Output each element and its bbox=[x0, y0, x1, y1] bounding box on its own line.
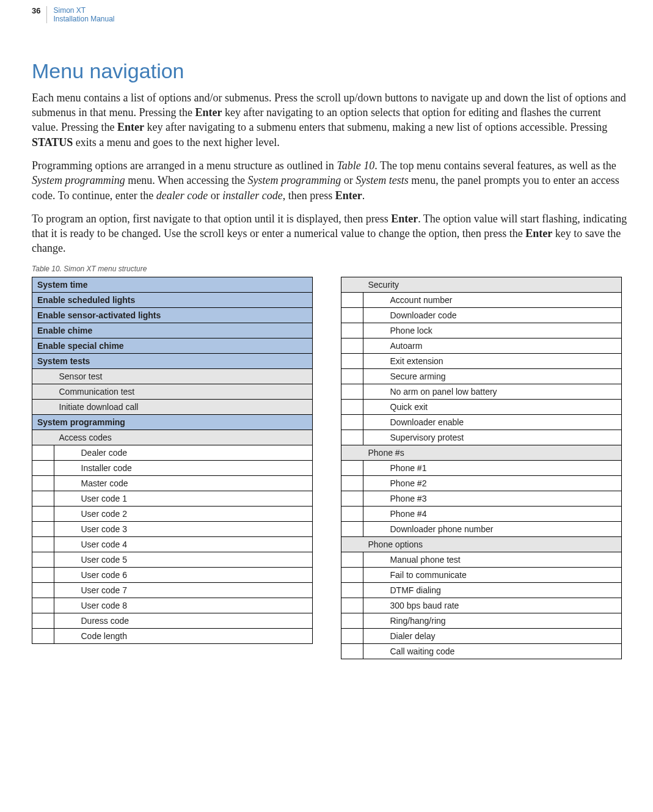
menu-table-left: System time Enable scheduled lights Enab… bbox=[32, 277, 313, 644]
menu-item: Supervisory protest bbox=[385, 430, 622, 445]
indent-cell bbox=[341, 414, 363, 430]
table-row: Enable special chime bbox=[32, 338, 313, 353]
table-row: Phone #s bbox=[341, 445, 622, 460]
table-row: Downloader enable bbox=[341, 414, 622, 430]
menu-item: User code 4 bbox=[76, 536, 313, 552]
menu-item: Autoarm bbox=[385, 338, 622, 353]
menu-item: Phone #1 bbox=[385, 460, 622, 475]
table-caption: Table 10. Simon XT menu structure bbox=[32, 265, 629, 273]
indent-cell bbox=[363, 399, 385, 414]
indent-cell bbox=[341, 598, 363, 613]
indent-cell bbox=[341, 323, 363, 338]
indent-cell bbox=[341, 292, 363, 307]
indent-cell bbox=[363, 582, 385, 598]
indent-cell bbox=[32, 430, 54, 445]
menu-item: No arm on panel low battery bbox=[385, 384, 622, 399]
indent-cell bbox=[54, 536, 76, 552]
page-number: 36 bbox=[32, 6, 40, 15]
indent-cell bbox=[32, 445, 54, 460]
indent-cell bbox=[363, 292, 385, 307]
indent-cell bbox=[32, 567, 54, 582]
table-row: Security bbox=[341, 277, 622, 292]
table-row: Enable chime bbox=[32, 323, 313, 338]
indent-cell bbox=[54, 521, 76, 536]
indent-cell bbox=[363, 491, 385, 506]
indent-cell bbox=[32, 491, 54, 506]
menu-item: Downloader phone number bbox=[385, 521, 622, 536]
text: key after navigating to a submenu enters… bbox=[144, 121, 607, 133]
table-row: Dealer code bbox=[32, 445, 313, 460]
key-enter: Enter bbox=[335, 189, 362, 202]
menu-item: Dialer delay bbox=[385, 628, 622, 643]
indent-cell bbox=[363, 552, 385, 567]
table-row: User code 7 bbox=[32, 582, 313, 598]
text: exits a menu and goes to the next higher… bbox=[73, 136, 279, 148]
indent-cell bbox=[341, 368, 363, 384]
indent-cell bbox=[341, 536, 363, 552]
menu-item: Phone #4 bbox=[385, 506, 622, 521]
indent-cell bbox=[32, 475, 54, 491]
menu-item: Enable special chime bbox=[32, 338, 313, 353]
table-row: Enable sensor-activated lights bbox=[32, 307, 313, 323]
key-enter: Enter bbox=[391, 213, 418, 225]
menu-item: Duress code bbox=[76, 613, 313, 628]
menu-item: User code 2 bbox=[76, 506, 313, 521]
indent-cell bbox=[54, 445, 76, 460]
table-ref: Table 10 bbox=[337, 159, 374, 172]
indent-cell bbox=[341, 567, 363, 582]
indent-cell bbox=[54, 491, 76, 506]
indent-cell bbox=[363, 368, 385, 384]
table-row: Phone options bbox=[341, 536, 622, 552]
menu-item: Access codes bbox=[54, 430, 313, 445]
menu-name: System tests bbox=[356, 174, 408, 186]
indent-cell bbox=[54, 506, 76, 521]
menu-item: Security bbox=[363, 277, 622, 292]
indent-cell bbox=[54, 598, 76, 613]
indent-cell bbox=[341, 552, 363, 567]
indent-cell bbox=[341, 475, 363, 491]
table-row: User code 3 bbox=[32, 521, 313, 536]
text: To program an option, first navigate to … bbox=[32, 213, 391, 225]
text: Programming options are arranged in a me… bbox=[32, 159, 337, 172]
menu-item: Phone #s bbox=[363, 445, 622, 460]
indent-cell bbox=[54, 552, 76, 567]
table-row: Communication test bbox=[32, 384, 313, 399]
indent-cell bbox=[363, 460, 385, 475]
menu-item: System time bbox=[32, 277, 313, 292]
indent-cell bbox=[363, 430, 385, 445]
text: . bbox=[362, 189, 365, 202]
menu-item: Communication test bbox=[54, 384, 313, 399]
table-row: Master code bbox=[32, 475, 313, 491]
menu-name: System programming bbox=[247, 174, 341, 186]
indent-cell bbox=[363, 506, 385, 521]
indent-cell bbox=[341, 353, 363, 368]
table-row: System programming bbox=[32, 414, 313, 430]
text: menu. When accessing the bbox=[125, 174, 248, 186]
text: or bbox=[208, 189, 222, 202]
menu-item: System programming bbox=[32, 414, 313, 430]
table-row: Supervisory protest bbox=[341, 430, 622, 445]
menu-item: User code 3 bbox=[76, 521, 313, 536]
menu-item: Quick exit bbox=[385, 399, 622, 414]
indent-cell bbox=[363, 353, 385, 368]
tables-container: System time Enable scheduled lights Enab… bbox=[32, 277, 629, 659]
menu-item: Installer code bbox=[76, 460, 313, 475]
indent-cell bbox=[341, 399, 363, 414]
indent-cell bbox=[341, 338, 363, 353]
table-row: Access codes bbox=[32, 430, 313, 445]
table-row: Sensor test bbox=[32, 368, 313, 384]
indent-cell bbox=[341, 277, 363, 292]
table-row: Account number bbox=[341, 292, 622, 307]
table-row: User code 1 bbox=[32, 491, 313, 506]
menu-item: User code 7 bbox=[76, 582, 313, 598]
page-header: 36 Simon XT Installation Manual bbox=[32, 6, 629, 24]
table-row: User code 6 bbox=[32, 567, 313, 582]
table-row: Phone #4 bbox=[341, 506, 622, 521]
menu-item: User code 8 bbox=[76, 598, 313, 613]
indent-cell bbox=[341, 307, 363, 323]
indent-cell bbox=[363, 414, 385, 430]
indent-cell bbox=[363, 338, 385, 353]
menu-item: Manual phone test bbox=[385, 552, 622, 567]
table-row: Call waiting code bbox=[341, 643, 622, 659]
header-divider bbox=[46, 6, 47, 23]
